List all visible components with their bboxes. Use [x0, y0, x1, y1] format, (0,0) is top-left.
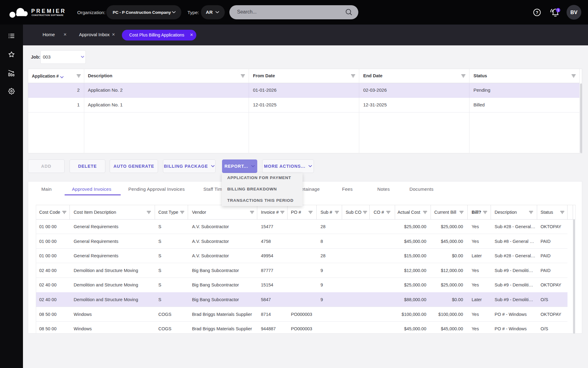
svg-text:1: 1	[557, 8, 559, 12]
svg-text:?: ?	[536, 10, 538, 15]
